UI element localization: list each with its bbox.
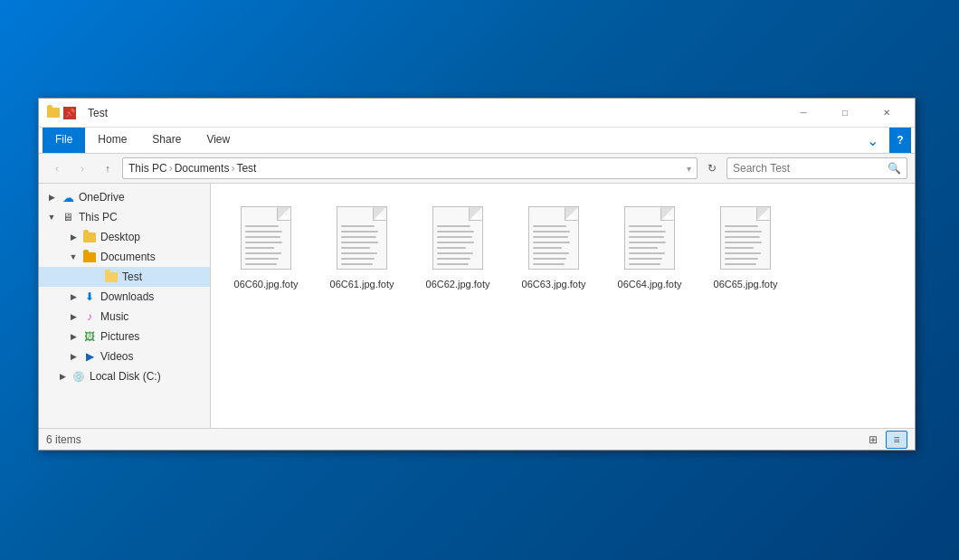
path-separator-1: ›	[169, 162, 173, 175]
expander-downloads[interactable]: ▶	[68, 291, 79, 302]
expander-localdisk[interactable]: ▶	[57, 371, 68, 382]
sidebar-label-localdisk: Local Disk (C:)	[90, 370, 161, 383]
sidebar-label-thispc: This PC	[79, 211, 118, 223]
path-dropdown-arrow: ▾	[687, 164, 691, 174]
content-area: 06C60.jpg.foty	[211, 184, 915, 428]
doc-icon-1	[337, 206, 387, 270]
help-button[interactable]: ?	[889, 128, 911, 153]
main-area: ▶ ☁ OneDrive ▼ 🖥 This PC ▶ Des	[39, 184, 915, 428]
expander-desktop[interactable]: ▶	[68, 232, 79, 242]
doc-icon-4	[624, 206, 675, 270]
documents-folder-icon	[82, 250, 97, 264]
expander-onedrive[interactable]: ▶	[46, 192, 57, 203]
sidebar-item-videos[interactable]: ▶ ▶ Videos	[39, 346, 210, 366]
chevron-down-icon: ⌄	[867, 132, 878, 149]
view-list-icon: ≡	[893, 433, 899, 446]
file-icon-4	[617, 202, 682, 274]
window-controls: ─ □ ✕	[783, 99, 907, 128]
status-bar: 6 items ⊞ ≡	[39, 428, 915, 450]
file-item-3[interactable]: 06C63.jpg.foty	[513, 198, 594, 294]
sidebar-item-thispc[interactable]: ▼ 🖥 This PC	[39, 207, 210, 227]
drive-icon: 💿	[71, 369, 86, 384]
search-box[interactable]: 🔍	[726, 157, 907, 179]
title-bar-icons: 📌	[46, 106, 77, 120]
sidebar: ▶ ☁ OneDrive ▼ 🖥 This PC ▶ Des	[39, 184, 211, 428]
doc-icon-0	[241, 206, 291, 270]
sidebar-label-onedrive: OneDrive	[79, 191, 125, 204]
file-item-4[interactable]: 06C64.jpg.foty	[609, 198, 690, 294]
file-explorer-window: 📌 Test ─ □ ✕ File Home Share View ⌄ ? ‹	[38, 98, 916, 451]
file-name-5: 06C65.jpg.foty	[714, 278, 778, 290]
downloads-icon: ⬇	[82, 289, 97, 304]
view-grid-icon: ⊞	[869, 433, 878, 446]
onedrive-icon: ☁	[61, 190, 75, 204]
address-path[interactable]: This PC › Documents › Test ▾	[122, 157, 698, 179]
window-title: Test	[88, 107, 783, 119]
tab-view[interactable]: View	[194, 128, 242, 153]
sidebar-label-music: Music	[100, 310, 128, 323]
sidebar-item-desktop[interactable]: ▶ Desktop	[39, 227, 210, 247]
expander-documents[interactable]: ▼	[68, 252, 79, 262]
search-input[interactable]	[733, 162, 888, 175]
doc-icon-2	[432, 206, 483, 270]
sidebar-label-videos: Videos	[100, 350, 133, 363]
file-item-5[interactable]: 06C65.jpg.foty	[705, 198, 786, 294]
title-bar: 📌 Test ─ □ ✕	[39, 99, 915, 128]
sidebar-item-test[interactable]: Test	[39, 267, 210, 287]
doc-icon-5	[720, 206, 771, 270]
expander-pictures[interactable]: ▶	[68, 331, 79, 342]
pictures-icon: 🖼	[82, 329, 97, 344]
forward-button[interactable]: ›	[71, 157, 93, 179]
file-grid: 06C60.jpg.foty	[225, 198, 900, 294]
file-item-2[interactable]: 06C62.jpg.foty	[417, 198, 498, 294]
sidebar-item-documents[interactable]: ▼ Documents	[39, 247, 210, 267]
expander-videos[interactable]: ▶	[68, 351, 79, 362]
sidebar-label-desktop: Desktop	[100, 231, 140, 243]
sidebar-item-downloads[interactable]: ▶ ⬇ Downloads	[39, 287, 210, 307]
sidebar-label-test: Test	[122, 271, 142, 283]
file-name-0: 06C60.jpg.foty	[234, 278, 299, 290]
sidebar-item-localdisk[interactable]: ▶ 💿 Local Disk (C:)	[39, 366, 210, 386]
refresh-button[interactable]: ↻	[701, 157, 723, 179]
file-icon-1	[329, 202, 394, 274]
ribbon-tabs: File Home Share View ⌄ ?	[39, 128, 915, 154]
back-button[interactable]: ‹	[46, 157, 68, 179]
close-button[interactable]: ✕	[866, 99, 907, 128]
doc-icon-3	[528, 206, 579, 270]
file-name-4: 06C64.jpg.foty	[618, 278, 682, 290]
up-button[interactable]: ↑	[97, 157, 119, 179]
ribbon-more-button[interactable]: ⌄	[859, 128, 886, 153]
desktop-folder-icon	[82, 230, 97, 244]
path-segment-documents: Documents	[175, 162, 230, 175]
expander-thispc[interactable]: ▼	[46, 212, 57, 223]
view-grid-button[interactable]: ⊞	[862, 431, 884, 449]
minimize-button[interactable]: ─	[783, 99, 824, 128]
pc-icon: 🖥	[61, 210, 75, 224]
view-list-button[interactable]: ≡	[886, 431, 907, 449]
sidebar-item-onedrive[interactable]: ▶ ☁ OneDrive	[39, 187, 210, 207]
sidebar-item-music[interactable]: ▶ ♪ Music	[39, 307, 210, 327]
file-item-0[interactable]: 06C60.jpg.foty	[225, 198, 307, 294]
title-bar-pin-icon: 📌	[62, 106, 77, 120]
path-segment-thispc: This PC	[128, 162, 167, 175]
file-icon-3	[521, 202, 586, 274]
sidebar-label-pictures: Pictures	[100, 330, 139, 343]
file-name-2: 06C62.jpg.foty	[426, 278, 490, 290]
expander-music[interactable]: ▶	[68, 311, 79, 322]
maximize-button[interactable]: □	[824, 99, 866, 128]
title-bar-folder-icon	[46, 106, 61, 120]
view-buttons: ⊞ ≡	[862, 431, 907, 449]
sidebar-item-pictures[interactable]: ▶ 🖼 Pictures	[39, 327, 210, 346]
search-icon[interactable]: 🔍	[888, 162, 901, 175]
tab-home[interactable]: Home	[85, 128, 139, 153]
expander-test[interactable]	[90, 271, 100, 282]
test-folder-icon	[104, 270, 119, 284]
tab-share[interactable]: Share	[139, 128, 194, 153]
file-icon-5	[713, 202, 778, 274]
videos-icon: ▶	[82, 349, 97, 364]
file-item-1[interactable]: 06C61.jpg.foty	[321, 198, 403, 294]
file-icon-0	[233, 202, 299, 274]
tab-file[interactable]: File	[43, 128, 85, 153]
status-item-count: 6 items	[46, 433, 81, 446]
help-icon: ?	[897, 134, 903, 147]
